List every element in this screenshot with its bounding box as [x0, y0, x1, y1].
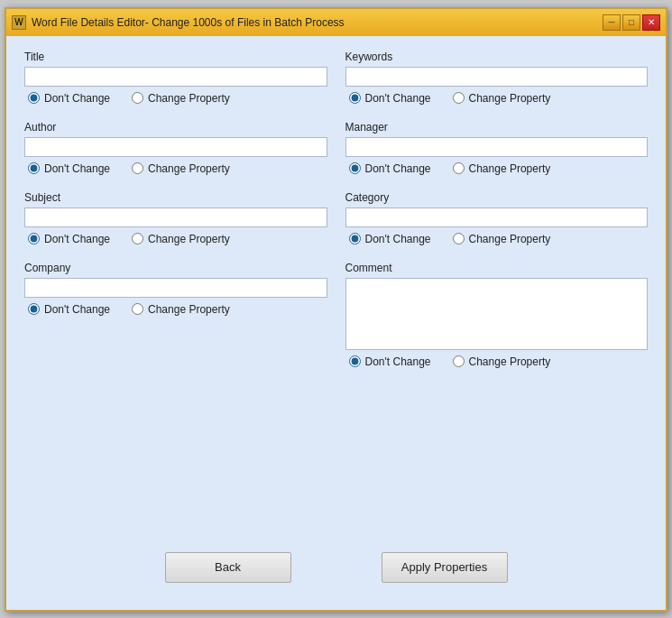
company-change-property-label: Change Property — [148, 303, 230, 316]
subject-change-property-radio[interactable] — [132, 233, 143, 244]
author-change-property-option[interactable]: Change Property — [132, 162, 230, 175]
category-field-group: Category Don't Change Change Property — [345, 191, 649, 245]
category-input[interactable] — [345, 208, 649, 227]
subject-field-group: Subject Don't Change Change Property — [24, 191, 327, 245]
company-input[interactable] — [24, 278, 327, 298]
title-radio-row: Don't Change Change Property — [24, 92, 327, 105]
subject-input[interactable] — [24, 208, 327, 227]
author-input[interactable] — [24, 137, 327, 157]
subject-dont-change-option[interactable]: Don't Change — [28, 233, 110, 245]
app-icon-letter: W — [14, 17, 23, 27]
manager-radio-row: Don't Change Change Property — [345, 162, 649, 175]
company-dont-change-option[interactable]: Don't Change — [28, 303, 110, 316]
author-change-property-label: Change Property — [148, 162, 230, 175]
keywords-change-property-option[interactable]: Change Property — [453, 92, 551, 105]
app-icon: W — [12, 15, 26, 30]
subject-radio-row: Don't Change Change Property — [24, 233, 327, 245]
keywords-radio-row: Don't Change Change Property — [345, 92, 649, 105]
minimize-button[interactable]: ─ — [603, 14, 621, 31]
manager-label: Manager — [345, 121, 649, 134]
keywords-dont-change-option[interactable]: Don't Change — [349, 92, 431, 105]
keywords-change-property-radio[interactable] — [453, 92, 465, 104]
keywords-change-property-label: Change Property — [469, 92, 551, 105]
subject-label: Subject — [24, 191, 327, 204]
keywords-label: Keywords — [345, 51, 649, 63]
subject-dont-change-label: Don't Change — [44, 233, 110, 245]
title-dont-change-option[interactable]: Don't Change — [28, 92, 110, 105]
title-field-group: Title Don't Change Change Property — [24, 51, 327, 105]
subject-change-property-option[interactable]: Change Property — [132, 233, 230, 245]
comment-dont-change-option[interactable]: Don't Change — [349, 355, 431, 368]
author-change-property-radio[interactable] — [132, 162, 143, 174]
subject-change-property-label: Change Property — [148, 233, 230, 245]
author-radio-row: Don't Change Change Property — [24, 162, 327, 175]
category-change-property-label: Change Property — [469, 233, 551, 245]
company-dont-change-radio[interactable] — [28, 303, 40, 315]
author-field-group: Author Don't Change Change Property — [24, 121, 327, 175]
category-dont-change-radio[interactable] — [349, 233, 361, 244]
window-body: Title Don't Change Change Property Keywo… — [6, 36, 666, 610]
bottom-bar: Back Apply Properties — [24, 541, 648, 595]
window-controls: ─ □ ✕ — [603, 14, 660, 31]
author-dont-change-label: Don't Change — [44, 162, 110, 175]
close-button[interactable]: ✕ — [642, 14, 660, 31]
comment-change-property-label: Change Property — [469, 355, 551, 368]
comment-dont-change-radio[interactable] — [349, 355, 361, 367]
title-change-property-option[interactable]: Change Property — [132, 92, 230, 105]
main-window: W Word File Details Editor- Change 1000s… — [5, 7, 667, 612]
window-title: Word File Details Editor- Change 1000s o… — [32, 16, 345, 29]
title-input[interactable] — [24, 67, 327, 87]
manager-input[interactable] — [345, 137, 649, 157]
company-radio-row: Don't Change Change Property — [24, 303, 327, 316]
comment-dont-change-label: Don't Change — [365, 355, 431, 368]
company-change-property-radio[interactable] — [132, 303, 143, 315]
title-dont-change-radio[interactable] — [28, 92, 40, 104]
apply-properties-button[interactable]: Apply Properties — [382, 552, 508, 583]
manager-dont-change-option[interactable]: Don't Change — [349, 162, 431, 175]
company-field-group: Company Don't Change Change Property — [24, 262, 327, 316]
comment-input[interactable] — [345, 278, 649, 350]
manager-change-property-label: Change Property — [469, 162, 551, 175]
comment-radio-row: Don't Change Change Property — [345, 355, 649, 368]
keywords-input[interactable] — [345, 67, 649, 87]
author-dont-change-option[interactable]: Don't Change — [28, 162, 110, 175]
manager-change-property-radio[interactable] — [453, 162, 465, 174]
manager-change-property-option[interactable]: Change Property — [453, 162, 551, 175]
keywords-dont-change-radio[interactable] — [349, 92, 361, 104]
keywords-dont-change-label: Don't Change — [365, 92, 431, 105]
category-dont-change-label: Don't Change — [365, 233, 431, 245]
restore-button[interactable]: □ — [622, 14, 640, 31]
comment-label: Comment — [345, 262, 649, 274]
category-change-property-option[interactable]: Change Property — [453, 233, 551, 245]
comment-change-property-option[interactable]: Change Property — [453, 355, 551, 368]
keywords-field-group: Keywords Don't Change Change Property — [345, 51, 649, 105]
manager-dont-change-radio[interactable] — [349, 162, 361, 174]
subject-dont-change-radio[interactable] — [28, 233, 40, 244]
category-radio-row: Don't Change Change Property — [345, 233, 649, 245]
company-label: Company — [24, 262, 327, 274]
company-dont-change-label: Don't Change — [44, 303, 110, 316]
title-bar: W Word File Details Editor- Change 1000s… — [6, 9, 666, 36]
manager-field-group: Manager Don't Change Change Property — [345, 121, 649, 175]
author-label: Author — [24, 121, 327, 134]
category-label: Category — [345, 191, 649, 204]
category-dont-change-option[interactable]: Don't Change — [349, 233, 431, 245]
author-dont-change-radio[interactable] — [28, 162, 40, 174]
fields-area: Title Don't Change Change Property Keywo… — [24, 51, 648, 541]
comment-field-group: Comment Don't Change Change Property — [345, 262, 649, 368]
manager-dont-change-label: Don't Change — [365, 162, 431, 175]
title-label: Title — [24, 51, 327, 63]
category-change-property-radio[interactable] — [453, 233, 465, 244]
title-dont-change-label: Don't Change — [44, 92, 110, 105]
comment-change-property-radio[interactable] — [453, 355, 465, 367]
company-change-property-option[interactable]: Change Property — [132, 303, 230, 316]
title-bar-left: W Word File Details Editor- Change 1000s… — [12, 15, 345, 30]
back-button[interactable]: Back — [165, 552, 291, 583]
title-change-property-label: Change Property — [148, 92, 230, 105]
title-change-property-radio[interactable] — [132, 92, 143, 104]
